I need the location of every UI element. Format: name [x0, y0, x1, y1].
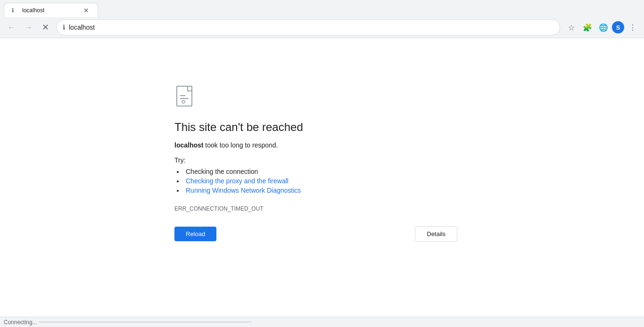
list-item: Running Windows Network Diagnostics: [184, 187, 644, 194]
status-progress-bar: [39, 321, 251, 323]
tab-title: localhost: [22, 7, 79, 14]
suggestions-list: Checking the connection Checking the pro…: [174, 168, 644, 196]
error-icon: [174, 85, 198, 111]
active-tab[interactable]: ℹ localhost ✕: [4, 3, 98, 17]
bookmark-icon: ☆: [568, 23, 575, 32]
try-label: Try:: [174, 156, 644, 164]
page-content: This site can't be reached localhost too…: [0, 38, 644, 317]
toolbar-right: ☆ 🧩 🌐 S ⋮: [564, 20, 640, 35]
status-bar: Connecting...: [0, 317, 644, 327]
error-subtitle: localhost took too long to respond.: [174, 141, 644, 149]
reload-stop-button[interactable]: ✕: [38, 20, 53, 35]
info-icon: ℹ: [63, 24, 65, 31]
toolbar: ← → ✕ ℹ localhost ☆ 🧩 🌐 S ⋮: [0, 17, 644, 38]
details-button[interactable]: Details: [415, 226, 457, 242]
translate-button[interactable]: 🌐: [596, 20, 611, 35]
reload-button[interactable]: Reload: [174, 227, 216, 241]
forward-button[interactable]: →: [21, 20, 36, 35]
tab-close-icon[interactable]: ✕: [83, 7, 90, 14]
menu-button[interactable]: ⋮: [625, 20, 640, 35]
extensions-button[interactable]: 🧩: [580, 20, 595, 35]
button-row: Reload Details: [174, 226, 457, 242]
profile-button[interactable]: S: [612, 21, 624, 33]
close-icon: ✕: [42, 22, 49, 33]
suggestion-text: Checking the connection: [186, 168, 258, 175]
diagnostics-link[interactable]: Running Windows Network Diagnostics: [186, 187, 301, 194]
menu-icon: ⋮: [629, 23, 636, 32]
tab-favicon-icon: ℹ: [12, 7, 18, 14]
browser-chrome: ℹ localhost ✕ ← → ✕ ℹ localhost ☆ 🧩 🌐 S: [0, 0, 644, 38]
address-text: localhost: [69, 24, 554, 31]
status-text: Connecting...: [4, 319, 37, 326]
tab-bar: ℹ localhost ✕: [0, 0, 644, 17]
bookmark-button[interactable]: ☆: [564, 20, 579, 35]
address-bar[interactable]: ℹ localhost: [57, 19, 560, 35]
back-button[interactable]: ←: [4, 20, 19, 35]
proxy-firewall-link[interactable]: Checking the proxy and the firewall: [186, 177, 289, 185]
error-subtitle-rest: took too long to respond.: [203, 141, 278, 149]
list-item: Checking the connection: [184, 168, 644, 175]
error-code: ERR_CONNECTION_TIMED_OUT: [174, 205, 644, 212]
error-title: This site can't be reached: [174, 121, 644, 134]
error-host: localhost: [174, 141, 203, 149]
error-container: This site can't be reached localhost too…: [0, 38, 644, 317]
list-item: Checking the proxy and the firewall: [184, 177, 644, 185]
globe-icon: 🌐: [599, 23, 608, 32]
extensions-icon: 🧩: [583, 23, 592, 32]
